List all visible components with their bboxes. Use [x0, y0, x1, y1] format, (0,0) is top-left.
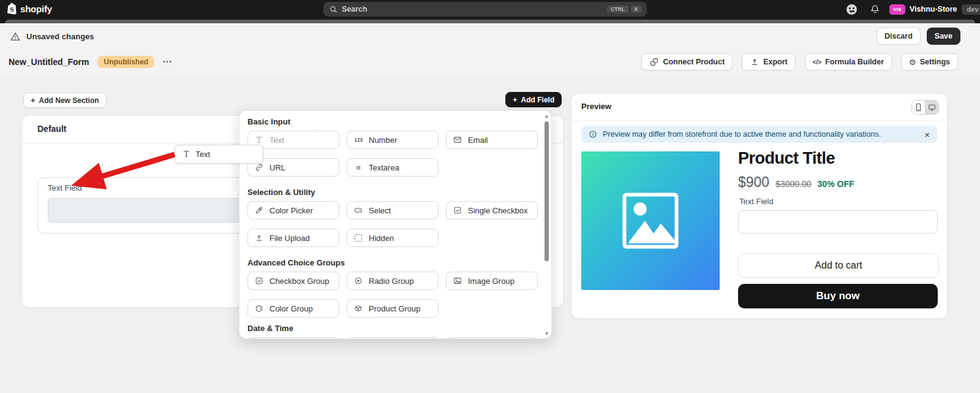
preview-panel: Preview Preview may differ from storefro… — [571, 93, 948, 319]
field-type-hidden[interactable]: Hidden — [347, 229, 439, 247]
topbar-right: VIS Vishnu-Store dev — [846, 0, 980, 18]
field-type-color-group[interactable]: Color Group — [247, 299, 339, 318]
hidden-field-icon — [353, 234, 363, 242]
field-type-product-group[interactable]: Product Group — [347, 299, 439, 318]
content-sheet-edge — [0, 18, 980, 23]
unsaved-changes-bar: Unsaved changes Discard Save — [0, 23, 980, 50]
more-actions-button[interactable]: ••• — [163, 59, 172, 65]
picker-scrollbar[interactable]: ▲ ▼ — [544, 114, 549, 335]
image-placeholder-icon — [622, 192, 679, 250]
url-link-icon — [254, 163, 264, 172]
field-type-number[interactable]: 123 Number — [347, 131, 439, 149]
price-row: $900 $3000.00 30% OFF — [738, 174, 854, 191]
notifications-bell-icon[interactable] — [870, 4, 880, 14]
palette-icon — [254, 304, 264, 313]
upload-icon — [254, 234, 264, 242]
ctrl-key-badge: CTRL — [607, 6, 628, 13]
save-button[interactable]: Save — [927, 28, 960, 45]
field-type-radio-group[interactable]: Radio Group — [347, 272, 439, 290]
field-type-email[interactable]: Email — [446, 131, 538, 149]
group-title-advanced-choice: Advanced Choice Groups — [247, 258, 543, 268]
field-type-checkbox-group[interactable]: Checkbox Group — [247, 272, 339, 290]
field-type-select[interactable]: Select — [347, 201, 439, 219]
clipped-field-button[interactable] — [347, 337, 439, 339]
page-header: New_Untitled_Form Unpublished ••• Connec… — [0, 49, 980, 75]
field-type-color-picker[interactable]: Color Picker — [247, 201, 339, 219]
product-image-placeholder — [581, 151, 720, 290]
gear-icon: ⚙ — [909, 58, 916, 67]
radio-icon — [353, 277, 363, 285]
plus-icon: + — [513, 96, 518, 104]
export-button[interactable]: Export — [742, 53, 796, 71]
global-search-input[interactable]: Search CTRL K — [323, 2, 647, 17]
scroll-up-arrow[interactable]: ▲ — [544, 114, 549, 118]
add-new-section-button[interactable]: + Add New Section — [23, 93, 107, 108]
section-title: Default — [37, 124, 66, 134]
clipped-field-button[interactable] — [247, 337, 339, 339]
export-icon — [750, 58, 760, 66]
text-icon: T — [254, 135, 264, 145]
image-icon — [453, 277, 462, 285]
preview-field-label: Text Field — [739, 197, 774, 206]
group-title-date-time: Date & Time — [247, 324, 543, 334]
discount-badge: 30% OFF — [818, 179, 854, 189]
product-box-icon — [353, 304, 363, 313]
scroll-down-arrow[interactable]: ▼ — [544, 332, 549, 335]
add-field-button[interactable]: + Add Field — [505, 92, 562, 107]
field-label: Text Field — [48, 183, 82, 193]
compare-at-price: $3000.00 — [775, 179, 811, 189]
field-type-image-group[interactable]: Image Group — [446, 272, 538, 290]
status-badge: Unpublished — [97, 56, 154, 68]
plus-icon: + — [31, 96, 36, 104]
shopify-logo[interactable]: S shopify — [6, 2, 52, 15]
discard-button[interactable]: Discard — [876, 28, 921, 45]
email-icon — [453, 135, 462, 144]
group-title-basic-input: Basic Input — [247, 117, 543, 127]
group-title-selection-utility: Selection & Utility — [247, 188, 543, 197]
field-type-single-checkbox[interactable]: Single Checkbox — [446, 201, 538, 219]
shopify-wordmark: shopify — [20, 4, 52, 14]
shopify-bag-icon: S — [6, 2, 18, 15]
warning-icon — [10, 32, 20, 41]
store-avatar-badge[interactable]: VIS — [889, 4, 905, 15]
buy-now-button[interactable]: Buy now — [738, 284, 938, 308]
checkbox-icon — [453, 206, 462, 215]
textarea-icon: ≡ — [353, 163, 363, 172]
field-type-file-upload[interactable]: File Upload — [247, 229, 339, 247]
scrollbar-thumb[interactable] — [545, 121, 549, 261]
eyedropper-icon — [254, 206, 264, 215]
svg-text:S: S — [10, 7, 14, 13]
form-title: New_Untitled_Form — [9, 57, 89, 67]
admin-topbar: S shopify Search CTRL K VIS Vishnu-Store… — [0, 0, 980, 18]
preview-text-field-input[interactable] — [738, 210, 938, 234]
preview-title: Preview — [581, 102, 611, 111]
app-window: S shopify Search CTRL K VIS Vishnu-Store… — [0, 0, 980, 393]
connect-product-button[interactable]: Connect Product — [641, 53, 733, 71]
store-name[interactable]: Vishnu-Store — [910, 5, 957, 13]
text-icon: T — [184, 150, 189, 159]
form-builder-canvas: + Add New Section + Add Field Default Te… — [0, 75, 980, 393]
code-icon: </> — [813, 59, 821, 66]
dragged-text-field-chip[interactable]: T Text — [175, 145, 263, 164]
search-placeholder: Search — [342, 5, 368, 13]
search-shortcut: CTRL K — [607, 6, 642, 13]
product-price: $900 — [738, 174, 769, 191]
info-icon — [589, 130, 597, 139]
checkbox-icon — [254, 277, 264, 285]
env-badge: dev — [962, 4, 980, 15]
settings-button[interactable]: ⚙ Settings — [901, 53, 958, 71]
field-picker-popover: Basic Input T Text 123 Number Email — [239, 110, 552, 339]
clipped-field-button[interactable] — [446, 337, 538, 339]
unsaved-changes-message: Unsaved changes — [26, 32, 94, 41]
formula-builder-button[interactable]: </> Formula Builder — [805, 53, 892, 71]
field-type-textarea[interactable]: ≡ Textarea — [347, 158, 439, 177]
select-box-icon — [353, 206, 363, 215]
number-icon: 123 — [353, 137, 363, 143]
k-key-badge: K — [631, 6, 642, 13]
product-details: Product Title $900 $3000.00 30% OFF Text… — [738, 94, 938, 318]
connect-link-icon — [649, 58, 659, 66]
search-icon — [330, 6, 337, 13]
sidekick-icon[interactable] — [846, 4, 857, 15]
add-to-cart-button[interactable]: Add to cart — [738, 253, 939, 278]
product-title: Product Title — [738, 149, 835, 168]
